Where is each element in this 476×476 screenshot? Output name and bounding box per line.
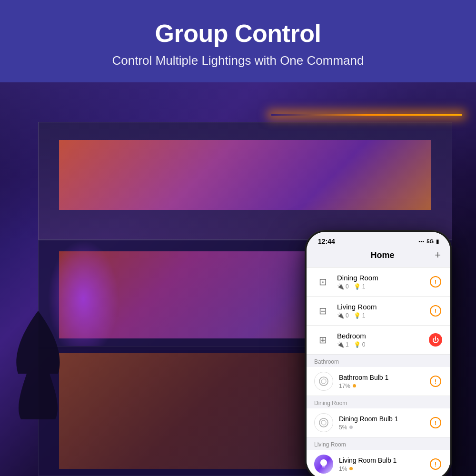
- bedroom-action[interactable]: ⏻: [428, 333, 443, 347]
- dining-action[interactable]: !: [428, 275, 443, 289]
- upper-floor-window: [59, 140, 431, 210]
- bulb-icon: 💡: [354, 312, 361, 319]
- dining-bulb-count: 💡 1: [354, 283, 366, 290]
- bathroom-bulb-icon: [314, 372, 333, 391]
- bedroom-devices: 🔌 1 💡 0: [337, 341, 423, 348]
- svg-point-2: [319, 418, 328, 427]
- signal-icon: ▪▪▪: [419, 238, 425, 244]
- living-bulb-icon-colored: [314, 455, 333, 474]
- dining-room-name: Dining Room: [337, 274, 423, 282]
- battery-icon: ▮: [436, 238, 439, 245]
- upper-floor: [38, 122, 452, 240]
- power-icon-bedroom: ⏻: [429, 333, 442, 347]
- living-bulb-status: 1%: [339, 466, 423, 472]
- living-room-icon: ⊟: [314, 302, 331, 319]
- bedroom-bulb-count: 💡 0: [354, 341, 366, 348]
- svg-point-3: [321, 420, 326, 425]
- dining-bulb-status: 5%: [339, 424, 423, 431]
- status-bar: 12:44 ▪▪▪ 5G ▮: [307, 232, 450, 247]
- living-bulb-name: Living Room Bulb 1: [339, 456, 423, 464]
- living-room-devices: 🔌 0 💡 1: [337, 312, 423, 319]
- rooms-list: ⊡ Dining Room 🔌 0 💡: [307, 268, 450, 476]
- page-wrapper: Group Control Control Multiple Lightings…: [0, 0, 476, 476]
- bathroom-status-dot: [353, 384, 356, 387]
- tree-left: [10, 279, 67, 456]
- dining-bulb-pct: 5%: [339, 424, 347, 431]
- plug-icon: 🔌: [337, 283, 344, 290]
- room-row-bedroom[interactable]: ⊞ Bedroom 🔌 1 💡: [307, 326, 450, 355]
- svg-point-0: [319, 377, 328, 386]
- svg-rect-5: [322, 467, 325, 468]
- living-room-name: Living Room: [337, 303, 423, 311]
- bathroom-bulb-action[interactable]: !: [428, 374, 443, 388]
- bedroom-info: Bedroom 🔌 1 💡 0: [337, 332, 423, 348]
- section-header-dining-devices: Dining Room: [307, 396, 450, 408]
- phone-container: 12:44 ▪▪▪ 5G ▮ Home +: [305, 230, 452, 476]
- bathroom-bulb-pct: 17%: [339, 383, 350, 389]
- dining-plug-count: 🔌 0: [337, 283, 349, 290]
- bathroom-bulb-info: Bathroom Bulb 1 17%: [339, 374, 423, 389]
- house-section: 12:44 ▪▪▪ 5G ▮ Home +: [0, 82, 476, 476]
- svg-point-1: [321, 379, 326, 384]
- network-label: 5G: [426, 238, 434, 244]
- phone-outer: 12:44 ▪▪▪ 5G ▮ Home +: [305, 230, 452, 476]
- app-header: Home +: [307, 247, 450, 268]
- living-action[interactable]: !: [428, 304, 443, 318]
- device-row-dining-bulb[interactable]: Dining Room Bulb 1 5% !: [307, 408, 450, 437]
- bulb-icon: 💡: [354, 341, 361, 348]
- dining-bulb-info: Dining Room Bulb 1 5%: [339, 415, 423, 431]
- room-row-living[interactable]: ⊟ Living Room 🔌 0 💡: [307, 297, 450, 326]
- living-room-info: Living Room 🔌 0 💡 1: [337, 303, 423, 319]
- plug-icon: 🔌: [337, 341, 344, 348]
- dining-room-info: Dining Room 🔌 0 💡 1: [337, 274, 423, 290]
- svg-rect-4: [322, 466, 326, 466]
- bathroom-bulb-name: Bathroom Bulb 1: [339, 374, 423, 381]
- bedroom-name: Bedroom: [337, 332, 423, 340]
- header-section: Group Control Control Multiple Lightings…: [0, 0, 476, 82]
- device-row-living-bulb[interactable]: Living Room Bulb 1 1% !: [307, 450, 450, 476]
- plug-icon: 🔌: [337, 312, 344, 319]
- bathroom-bulb-status: 17%: [339, 383, 423, 389]
- alert-icon-bathroom: !: [430, 376, 441, 387]
- living-bulb-action[interactable]: !: [428, 457, 443, 471]
- section-header-bathroom: Bathroom: [307, 355, 450, 367]
- alert-icon-living-bulb: !: [430, 458, 441, 470]
- section-header-living-devices: Living Room: [307, 437, 450, 450]
- main-title: Group Control: [10, 19, 466, 48]
- bulb-icon: 💡: [354, 283, 361, 290]
- app-title: Home: [330, 250, 435, 260]
- bedroom-icon: ⊞: [314, 331, 331, 348]
- phone-inner: 12:44 ▪▪▪ 5G ▮ Home +: [307, 232, 450, 476]
- dining-status-dot: [349, 426, 353, 429]
- living-bulb-pct: 1%: [339, 466, 347, 472]
- dining-bulb-icon: [314, 413, 333, 432]
- alert-icon-dining-bulb: !: [430, 417, 441, 428]
- subtitle: Control Multiple Lightings with One Comm…: [10, 53, 466, 68]
- living-status-dot: [349, 467, 353, 470]
- status-time: 12:44: [318, 238, 335, 245]
- dining-bulb-name: Dining Room Bulb 1: [339, 415, 423, 423]
- bedroom-plug-count: 🔌 1: [337, 341, 349, 348]
- add-button[interactable]: +: [435, 249, 441, 261]
- dining-bulb-action[interactable]: !: [428, 416, 443, 430]
- living-bulb-count: 💡 1: [354, 312, 366, 319]
- alert-icon-living: !: [430, 305, 441, 317]
- device-row-bathroom-bulb[interactable]: Bathroom Bulb 1 17% !: [307, 367, 450, 396]
- room-row-dining[interactable]: ⊡ Dining Room 🔌 0 💡: [307, 268, 450, 297]
- status-icons: ▪▪▪ 5G ▮: [419, 238, 439, 245]
- dining-room-icon: ⊡: [314, 273, 331, 290]
- living-bulb-info: Living Room Bulb 1 1%: [339, 456, 423, 472]
- orange-strip: [271, 114, 462, 116]
- alert-icon-dining: !: [430, 276, 441, 288]
- dining-room-devices: 🔌 0 💡 1: [337, 283, 423, 290]
- living-plug-count: 🔌 0: [337, 312, 349, 319]
